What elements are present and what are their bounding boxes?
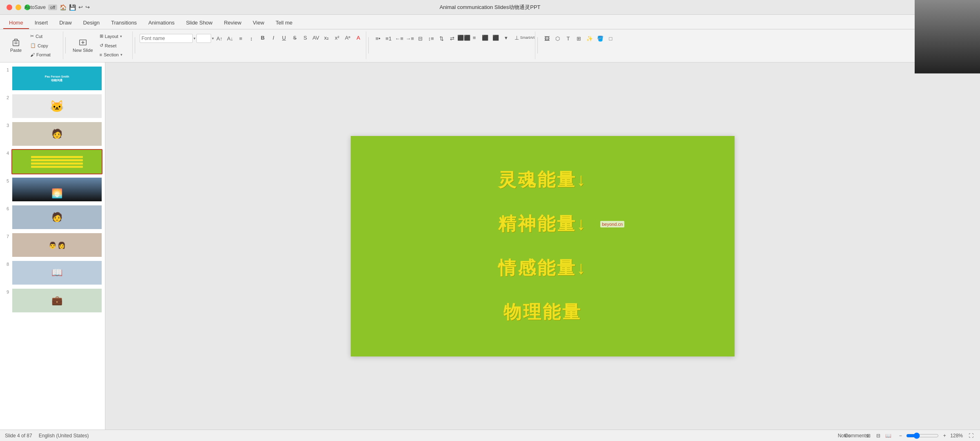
slide-line-1: 灵魂能量↓ [498, 168, 587, 192]
format-button[interactable]: 🖌Format [28, 51, 60, 59]
font-name-input[interactable] [140, 34, 193, 43]
fit-window-button[interactable]: ⛶ [967, 432, 975, 440]
align-right-button[interactable]: ⬛ [480, 33, 490, 42]
tab-animations[interactable]: Animations [143, 17, 180, 29]
section-button[interactable]: ≡Section▾ [97, 51, 130, 59]
subscript-button[interactable]: x₂ [322, 33, 332, 42]
font-color-button[interactable]: A [354, 33, 363, 42]
zoom-in-button[interactable]: + [940, 432, 949, 440]
decrease-font-button[interactable]: A↓ [225, 34, 235, 43]
columns-button[interactable]: ⊟ [416, 34, 425, 43]
reset-button[interactable]: ↺Reset [97, 41, 130, 50]
justify-button[interactable]: ⬛ [491, 33, 501, 42]
list-item[interactable]: 5 🌅 [2, 177, 102, 202]
watermark: beyond.cn [600, 221, 624, 227]
slide-thumb-3[interactable]: 🧑 [11, 121, 102, 147]
list-item[interactable]: 1 Pau Ferson Smith动物沟通 [2, 66, 102, 91]
ribbon-tabs: Home Insert Draw Design Transitions Anim… [0, 15, 980, 29]
decrease-indent-button[interactable]: ←≡ [394, 34, 404, 43]
bold-button[interactable]: B [258, 33, 268, 42]
slide-thumb-6[interactable]: 🧑 [11, 205, 102, 230]
slide-thumb-2[interactable]: 🐱 [11, 94, 102, 119]
copy-button[interactable]: 📋Copy [28, 41, 60, 50]
shape-fill-button[interactable]: 🪣 [595, 34, 605, 43]
line-spacing-button[interactable]: ↕≡ [426, 34, 436, 43]
tab-home[interactable]: Home [3, 17, 29, 29]
textbox-button[interactable]: T [564, 34, 573, 43]
arrange-button[interactable]: ⊞ [574, 34, 584, 43]
cut-button[interactable]: ✂Cut [28, 32, 60, 40]
tab-transitions[interactable]: Transitions [105, 17, 143, 29]
minimize-button[interactable] [16, 4, 21, 10]
reading-view-button[interactable]: 📖 [884, 432, 892, 440]
tab-draw[interactable]: Draw [53, 17, 77, 29]
comments-status-button[interactable]: Comments [852, 432, 860, 440]
zoom-slider[interactable] [906, 432, 939, 439]
tab-review[interactable]: Review [218, 17, 247, 29]
font-size-input[interactable] [196, 34, 211, 43]
slide-thumb-7[interactable]: 👨 👩 [11, 232, 102, 258]
slide-thumb-1[interactable]: Pau Ferson Smith动物沟通 [11, 66, 102, 91]
shape-outline-button[interactable]: □ [606, 34, 616, 43]
slide-thumb-8[interactable]: 📖 [11, 260, 102, 285]
font-size-dropdown[interactable]: ▾ [212, 36, 214, 40]
autosave-status[interactable]: off [48, 4, 57, 10]
tab-tellme[interactable]: Tell me [270, 17, 298, 29]
strikethrough-button[interactable]: S̶ [290, 33, 300, 42]
list-item[interactable]: 8 📖 [2, 260, 102, 285]
slide-number-3: 3 [2, 121, 9, 128]
text-direction-button[interactable]: ⇅ [437, 34, 447, 43]
undo-icon[interactable]: ↩ [78, 4, 83, 10]
list-item[interactable]: 4 [2, 149, 102, 174]
zoom-out-button[interactable]: − [896, 432, 904, 440]
shapes-button[interactable]: ⬡ [553, 34, 563, 43]
slide-thumb-content-5: 🌅 [12, 178, 102, 201]
num-list-button[interactable]: ≡1 [384, 34, 394, 43]
new-slide-button[interactable]: New Slide [70, 31, 96, 59]
italic-button[interactable]: I [269, 33, 278, 42]
align-options-button[interactable]: ▾ [501, 33, 511, 42]
redo-icon[interactable]: ↪ [85, 4, 90, 10]
list-item[interactable]: 7 👨 👩 [2, 232, 102, 258]
save-icon[interactable]: 💾 [69, 4, 76, 11]
increase-font-button[interactable]: A↑ [215, 34, 225, 43]
font-row1: ▾ ▾ A↑ A↓ ≡ ↕ [140, 34, 256, 43]
tab-view[interactable]: View [247, 17, 270, 29]
shadow-button[interactable]: S [301, 33, 310, 42]
align-left-button[interactable]: ⬛⬛ [459, 33, 469, 42]
slide-thumb-9[interactable]: 💼 [11, 288, 102, 313]
slide-number-4: 4 [2, 149, 9, 156]
underline-button[interactable]: U [279, 33, 289, 42]
list-item[interactable]: 9 💼 [2, 288, 102, 313]
char-spacing-button[interactable]: AV [311, 33, 321, 42]
tab-design[interactable]: Design [78, 17, 105, 29]
list-button[interactable]: ≡• [373, 34, 383, 43]
tab-insert[interactable]: Insert [29, 17, 54, 29]
paste-button[interactable]: Paste [6, 31, 26, 59]
font-dropdown[interactable]: ▾ [194, 36, 196, 40]
picture-button[interactable]: 🖼 [542, 34, 552, 43]
list-item[interactable]: 6 🧑 [2, 205, 102, 230]
layout-button[interactable]: ⊞Layout▾ [97, 32, 130, 40]
smartart-button[interactable]: SmartArt [523, 33, 532, 42]
quick-styles-button[interactable]: ✨ [585, 34, 595, 43]
slide-canvas[interactable]: 灵魂能量↓ 精神能量↓ beyond.cn 情感能量↓ 物理能量 [351, 136, 735, 356]
clear-format-button[interactable]: Aᵒ [343, 33, 353, 42]
tab-slideshow[interactable]: Slide Show [180, 17, 218, 29]
text-convert-button[interactable]: ⇄ [448, 34, 457, 43]
slide-thumb-4[interactable] [11, 149, 102, 174]
home-icon[interactable]: 🏠 [60, 4, 67, 11]
text-align-button[interactable]: ≡ [236, 34, 246, 43]
increase-indent-button[interactable]: →≡ [405, 34, 415, 43]
align-center-button[interactable]: ≡ [470, 33, 479, 42]
list-item[interactable]: 3 🧑 [2, 121, 102, 147]
superscript-button[interactable]: x² [332, 33, 342, 42]
person-silhouette [915, 0, 980, 73]
slide-sorter-button[interactable]: ⊟ [874, 432, 882, 440]
slide-thumb-5[interactable]: 🌅 [11, 177, 102, 202]
text-spacing-button[interactable]: ↕ [247, 34, 256, 43]
close-button[interactable] [7, 4, 12, 10]
list-item[interactable]: 2 🐱 [2, 94, 102, 119]
slide-number-9: 9 [2, 288, 9, 294]
normal-view-button[interactable]: ⊞ [864, 432, 873, 440]
